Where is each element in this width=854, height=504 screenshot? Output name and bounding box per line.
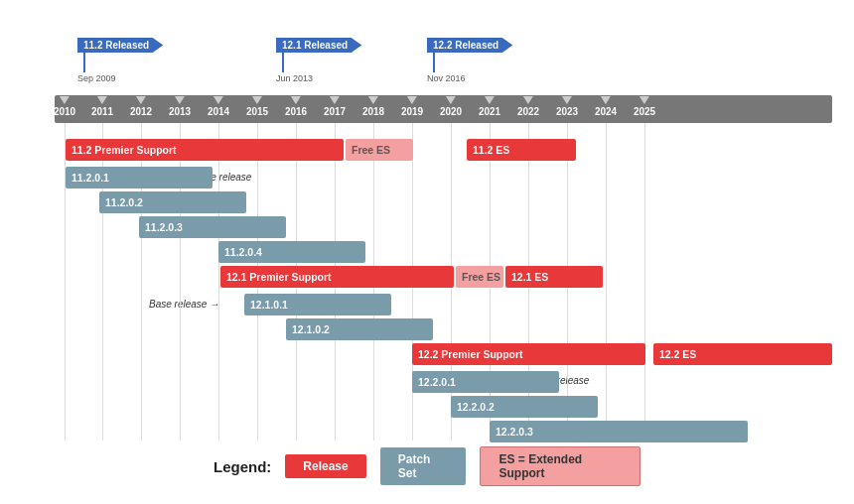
legend: Legend: Release Patch Set ES = Extended …: [214, 446, 640, 486]
bar-12.2-premier: 12.2 Premier Support: [412, 343, 645, 365]
legend-patchset: Patch Set: [380, 447, 467, 485]
legend-label: Legend:: [214, 458, 271, 475]
year-tick-2023: 2023: [556, 96, 578, 117]
year-tick-2011: 2011: [91, 96, 113, 117]
grid-line-2024: [606, 123, 607, 441]
bar-11.2-es: 11.2 ES: [467, 139, 576, 161]
bar-12.2-es: 12.2 ES: [653, 343, 832, 365]
flag-12-2-sub: Nov 2016: [427, 73, 466, 83]
bar-11.2-premier: 11.2 Premier Support: [66, 139, 344, 161]
flag-11-2-pole: [83, 53, 85, 72]
year-tick-2015: 2015: [246, 96, 268, 117]
year-tick-2019: 2019: [401, 96, 423, 117]
bar-11.2-freees: Free ES: [346, 139, 413, 161]
year-tick-2024: 2024: [595, 96, 617, 117]
legend-release: Release: [285, 454, 365, 478]
year-tick-2025: 2025: [634, 96, 655, 117]
bar-11.2.0.1: 11.2.0.1: [66, 167, 213, 189]
year-tick-2020: 2020: [440, 96, 462, 117]
year-tick-2022: 2022: [517, 96, 539, 117]
year-tick-2010: 2010: [54, 96, 75, 117]
year-tick-2018: 2018: [362, 96, 384, 117]
flag-12-2: 12.2 Released Nov 2016: [427, 38, 512, 83]
bar-12.2.0.1: 12.2.0.1: [412, 371, 559, 393]
flag-12-1-sub: Jun 2013: [276, 73, 313, 83]
year-tick-2014: 2014: [208, 96, 229, 117]
bar-11.2.0.4: 11.2.0.4: [218, 241, 365, 263]
flag-12-2-pole: [433, 53, 435, 72]
grid-line-2025: [644, 123, 645, 441]
year-tick-2021: 2021: [479, 96, 500, 117]
flag-12-2-banner: 12.2 Released: [427, 38, 512, 53]
annotation-2: Base release →: [149, 299, 219, 310]
bar-12.1-freees: Free ES: [456, 266, 503, 288]
bar-12.2.0.2: 12.2.0.2: [451, 396, 598, 418]
bar-12.1-premier: 12.1 Premier Support: [220, 266, 454, 288]
bar-11.2.0.2: 11.2.0.2: [99, 191, 246, 213]
flag-11-2: 11.2 Released Sep 2009: [77, 38, 163, 83]
chart-container: 11.2 Released Sep 2009 12.1 Released Jun…: [0, 0, 854, 504]
flag-11-2-sub: Sep 2009: [77, 73, 116, 83]
flag-12-1-pole: [282, 53, 284, 72]
grid-line-2014: [218, 123, 219, 441]
year-tick-2016: 2016: [285, 96, 307, 117]
year-tick-2012: 2012: [130, 96, 152, 117]
bar-12.1.0.2: 12.1.0.2: [286, 318, 433, 340]
bar-12.1.0.1: 12.1.0.1: [244, 294, 391, 315]
bar-11.2.0.3: 11.2.0.3: [139, 216, 286, 238]
legend-es: ES = Extended Support: [480, 446, 640, 486]
year-tick-2013: 2013: [169, 96, 191, 117]
bar-12.2.0.3: 12.2.0.3: [490, 421, 748, 442]
flag-12-1: 12.1 Released Jun 2013: [276, 38, 361, 83]
flag-11-2-banner: 11.2 Released: [77, 38, 163, 53]
bar-12.1-es: 12.1 ES: [505, 266, 603, 288]
year-tick-2017: 2017: [324, 96, 346, 117]
flag-12-1-banner: 12.1 Released: [276, 38, 361, 53]
